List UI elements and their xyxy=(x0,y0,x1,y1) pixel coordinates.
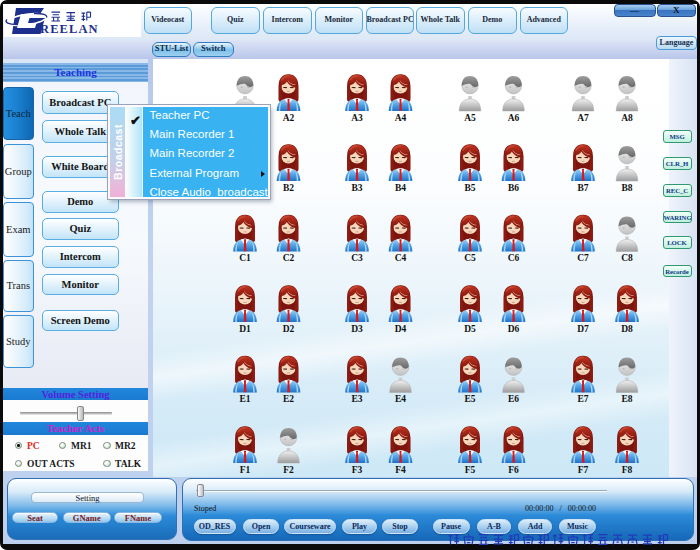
svg-text:B2: B2 xyxy=(283,183,294,193)
svg-text:D7: D7 xyxy=(577,324,589,334)
svg-text:E2: E2 xyxy=(283,394,294,404)
svg-text:A7: A7 xyxy=(577,113,589,123)
svg-text:C6: C6 xyxy=(508,253,520,263)
svg-text:F1: F1 xyxy=(240,465,251,475)
svg-text:A4: A4 xyxy=(395,113,407,123)
svg-text:C3: C3 xyxy=(351,253,363,263)
svg-text:A8: A8 xyxy=(621,113,633,123)
svg-text:F2: F2 xyxy=(283,465,294,475)
svg-text:B3: B3 xyxy=(351,183,362,193)
svg-text:F3: F3 xyxy=(352,465,363,475)
svg-text:F6: F6 xyxy=(508,465,519,475)
svg-text:C2: C2 xyxy=(283,253,295,263)
svg-text:E1: E1 xyxy=(239,394,250,404)
svg-text:C5: C5 xyxy=(464,253,476,263)
svg-text:E8: E8 xyxy=(621,394,632,404)
svg-text:D5: D5 xyxy=(464,324,476,334)
svg-text:B4: B4 xyxy=(395,183,406,193)
svg-text:E4: E4 xyxy=(395,394,406,404)
svg-text:D2: D2 xyxy=(283,324,295,334)
svg-text:F7: F7 xyxy=(578,465,589,475)
svg-text:D3: D3 xyxy=(351,324,363,334)
svg-text:D8: D8 xyxy=(621,324,633,334)
svg-text:B5: B5 xyxy=(464,183,475,193)
svg-text:A3: A3 xyxy=(351,113,363,123)
svg-text:C8: C8 xyxy=(621,253,633,263)
svg-text:F8: F8 xyxy=(622,465,633,475)
svg-text:E6: E6 xyxy=(508,394,519,404)
svg-text:C4: C4 xyxy=(395,253,407,263)
svg-text:B6: B6 xyxy=(508,183,519,193)
svg-text:B7: B7 xyxy=(577,183,588,193)
svg-text:C7: C7 xyxy=(577,253,589,263)
svg-text:F4: F4 xyxy=(395,465,406,475)
svg-text:D6: D6 xyxy=(508,324,520,334)
svg-text:B8: B8 xyxy=(621,183,632,193)
svg-text:D4: D4 xyxy=(395,324,407,334)
svg-text:D1: D1 xyxy=(239,324,251,334)
svg-text:F5: F5 xyxy=(465,465,476,475)
svg-text:C1: C1 xyxy=(239,253,251,263)
svg-text:E3: E3 xyxy=(351,394,362,404)
svg-text:A2: A2 xyxy=(283,113,295,123)
svg-text:E5: E5 xyxy=(464,394,475,404)
svg-text:E7: E7 xyxy=(577,394,588,404)
svg-text:A5: A5 xyxy=(464,113,476,123)
svg-text:A6: A6 xyxy=(508,113,520,123)
